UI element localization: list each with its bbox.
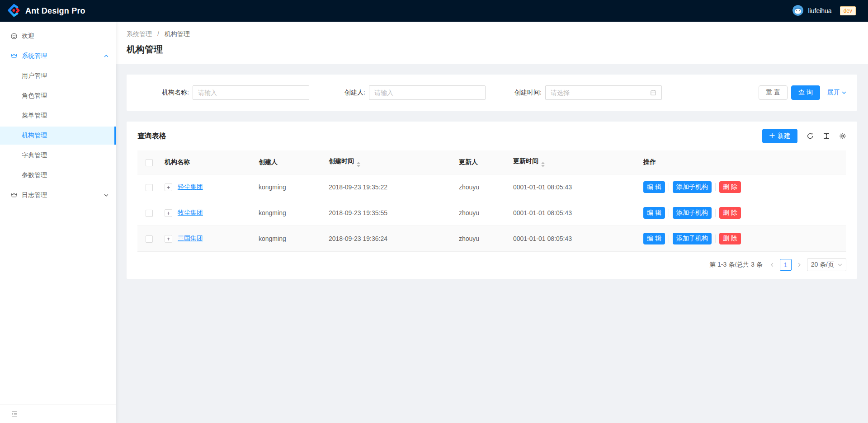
sidebar-item-system[interactable]: 系统管理	[0, 47, 116, 65]
add-child-org-button[interactable]: 添加子机构	[673, 233, 712, 244]
sidebar-item-menu-mgmt[interactable]: 菜单管理	[0, 107, 116, 125]
breadcrumb-parent[interactable]: 系统管理	[127, 30, 152, 38]
sort-icons[interactable]	[357, 162, 360, 167]
add-child-org-button[interactable]: 添加子机构	[673, 181, 712, 193]
table-row: + 三国集团 kongming 2018-09-23 19:36:24 zhou…	[137, 226, 846, 252]
plus-icon	[769, 132, 775, 140]
cell-updater: zhouyu	[455, 200, 509, 226]
new-button[interactable]: 新建	[762, 129, 797, 143]
app-logo[interactable]: Ant Design Pro	[7, 4, 85, 19]
sidebar-item-logs[interactable]: 日志管理	[0, 186, 116, 204]
column-height-icon[interactable]	[823, 132, 830, 140]
settings-gear-icon[interactable]	[839, 132, 846, 140]
divider	[669, 209, 669, 217]
expand-row-icon[interactable]: +	[165, 235, 172, 243]
sidebar-item-dict-mgmt[interactable]: 字典管理	[0, 146, 116, 164]
query-table-card: 查询表格 新建	[127, 122, 857, 279]
pagination: 第 1-3 条/总共 3 条 1 20 条/页	[127, 252, 857, 278]
column-label: 操作	[643, 158, 656, 165]
column-header-create-time[interactable]: 创建时间	[325, 150, 455, 174]
crown-icon	[11, 192, 17, 198]
cell-create-time: 2018-09-23 19:35:22	[325, 174, 455, 200]
sort-icons[interactable]	[541, 162, 545, 167]
table-header-row: 机构名称 创建人 创建时间 更新人	[137, 150, 846, 174]
reload-icon[interactable]	[807, 132, 814, 140]
edit-button[interactable]: 编 辑	[643, 181, 665, 193]
table-toolbar: 查询表格 新建	[127, 122, 857, 150]
select-all-checkbox[interactable]	[146, 159, 153, 166]
column-header-updater: 更新人	[455, 150, 509, 174]
org-name-link[interactable]: 牧尘集团	[178, 209, 203, 216]
row-checkbox[interactable]	[146, 235, 153, 243]
expand-filter-link[interactable]: 展开	[827, 89, 846, 97]
creator-label: 创建人:	[314, 89, 365, 97]
sidebar-item-label: 字典管理	[22, 151, 47, 160]
delete-button[interactable]: 删 除	[719, 207, 741, 219]
sidebar-footer	[0, 404, 116, 423]
expand-row-icon[interactable]: +	[165, 183, 172, 191]
creator-input[interactable]	[374, 89, 480, 96]
delete-button[interactable]: 删 除	[719, 233, 741, 244]
search-button[interactable]: 查 询	[791, 85, 820, 100]
column-label: 更新时间	[513, 157, 538, 164]
org-name-link[interactable]: 三国集团	[178, 235, 203, 242]
sidebar-item-org-mgmt[interactable]: 机构管理	[0, 127, 116, 145]
page-size-select[interactable]: 20 条/页	[807, 258, 846, 271]
divider	[715, 183, 716, 191]
sidebar-item-label: 角色管理	[22, 92, 47, 100]
org-table: 机构名称 创建人 创建时间 更新人	[137, 150, 846, 252]
search-filter-card: 机构名称: 创建人: 创建时间:	[127, 75, 857, 111]
sidebar-item-label: 用户管理	[22, 72, 47, 80]
smile-icon	[11, 33, 17, 39]
cell-create-time: 2018-09-23 19:35:55	[325, 200, 455, 226]
user-name: liufeihua	[808, 7, 831, 14]
field-creator: 创建人:	[314, 85, 490, 100]
column-header-creator: 创建人	[255, 150, 325, 174]
expand-row-icon[interactable]: +	[165, 209, 172, 217]
table-title: 查询表格	[137, 132, 166, 141]
org-name-input-box	[193, 85, 309, 100]
next-page-icon[interactable]	[795, 263, 803, 267]
edit-button[interactable]: 编 辑	[643, 207, 665, 219]
creator-input-box	[369, 85, 486, 100]
page-title: 机构管理	[127, 43, 857, 56]
divider	[715, 209, 716, 217]
menu-fold-icon[interactable]	[11, 410, 18, 418]
page-header: 系统管理 / 机构管理 机构管理	[116, 22, 868, 64]
add-child-org-button[interactable]: 添加子机构	[673, 207, 712, 219]
delete-button[interactable]: 删 除	[719, 181, 741, 193]
column-header-update-time[interactable]: 更新时间	[509, 150, 640, 174]
sidebar-item-welcome[interactable]: 欢迎	[0, 27, 116, 45]
org-name-link[interactable]: 轻尘集团	[178, 183, 203, 190]
user-menu[interactable]: liufeihua dev	[793, 5, 856, 17]
create-time-input[interactable]	[551, 89, 647, 96]
cell-updater: zhouyu	[455, 174, 509, 200]
sidebar: 欢迎 系统管理 用户管理 角色管理 菜单管理 机构管理	[0, 22, 116, 423]
org-name-input[interactable]	[198, 89, 304, 96]
sidebar-item-label: 菜单管理	[22, 112, 47, 120]
reset-button[interactable]: 重 置	[759, 85, 788, 100]
row-checkbox[interactable]	[146, 184, 153, 191]
page-number[interactable]: 1	[780, 259, 792, 271]
sidebar-item-user-mgmt[interactable]: 用户管理	[0, 67, 116, 85]
divider	[715, 235, 716, 243]
sidebar-item-param-mgmt[interactable]: 参数管理	[0, 166, 116, 184]
field-create-time: 创建时间:	[490, 85, 666, 100]
sidebar-item-role-mgmt[interactable]: 角色管理	[0, 87, 116, 105]
org-name-label: 机构名称:	[137, 89, 189, 97]
field-org-name: 机构名称:	[137, 85, 314, 100]
breadcrumb-separator: /	[157, 30, 159, 38]
main-area: 系统管理 / 机构管理 机构管理 机构名称: 创建人:	[116, 22, 868, 423]
env-tag: dev	[840, 6, 856, 15]
row-checkbox[interactable]	[146, 210, 153, 217]
calendar-icon	[650, 89, 656, 96]
cell-creator: kongming	[255, 174, 325, 200]
column-label: 机构名称	[165, 158, 190, 165]
edit-button[interactable]: 编 辑	[643, 233, 665, 244]
sort-asc-icon	[357, 162, 360, 164]
create-time-label: 创建时间:	[490, 89, 542, 97]
sidebar-item-label: 机构管理	[22, 132, 47, 140]
prev-page-icon[interactable]	[768, 263, 776, 267]
cell-update-time: 0001-01-01 08:05:43	[509, 226, 640, 252]
column-label: 创建时间	[329, 157, 354, 164]
